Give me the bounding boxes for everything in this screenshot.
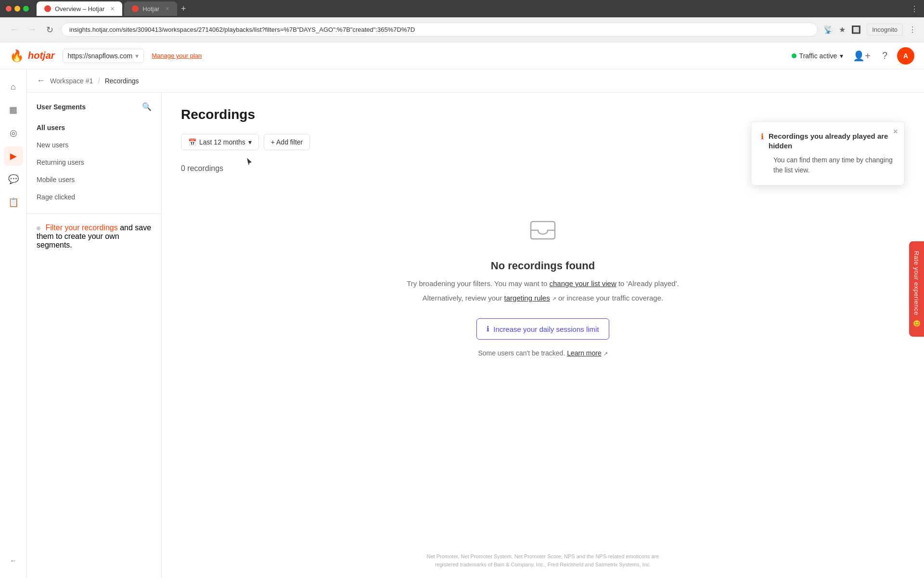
footer-text: Net Promoter, Net Promoter System, Net P…: [423, 552, 663, 568]
back-arrow-icon[interactable]: ←: [37, 76, 45, 86]
site-selector[interactable]: https://snapflows.com ▾: [63, 49, 144, 63]
empty-state: No recordings found Try broadening your …: [181, 187, 905, 386]
nav-surveys-icon[interactable]: 📋: [4, 193, 23, 212]
breadcrumb-current: Recordings: [105, 77, 139, 85]
site-url: https://snapflows.com: [68, 52, 133, 60]
tab-hotjar[interactable]: Hotjar ✕: [124, 1, 177, 16]
increase-btn-label: Increase your daily sessions limit: [493, 325, 599, 333]
hotjar-logo: 🔥 hotjar: [10, 49, 55, 63]
tooltip-close-button[interactable]: ✕: [893, 128, 898, 135]
traffic-chevron-icon: ▾: [840, 52, 843, 60]
sidebar-item-mobile-users[interactable]: Mobile users: [27, 171, 161, 188]
bookmark-icon[interactable]: ★: [839, 25, 846, 34]
breadcrumb: ← Workspace #1 / Recordings: [27, 69, 924, 92]
rate-experience-sidebar[interactable]: Rate your experience 😊: [909, 241, 924, 337]
nav-dashboard-icon[interactable]: ▦: [4, 100, 23, 119]
empty-desc-text-4: or increase your traffic coverage.: [558, 294, 663, 302]
sidebar-item-new-users[interactable]: New users: [27, 136, 161, 154]
tab-close-2[interactable]: ✕: [165, 6, 169, 12]
browser-settings-icon[interactable]: ⋮: [911, 4, 918, 13]
increase-sessions-button[interactable]: ℹ Increase your daily sessions limit: [476, 318, 609, 340]
main-layout: ⌂ ▦ ◎ ▶ 💬 📋 ← ← Workspace #1 / Recording…: [0, 69, 924, 578]
breadcrumb-workspace[interactable]: Workspace #1: [50, 77, 93, 85]
back-button[interactable]: ←: [8, 23, 20, 37]
flame-icon: 🔥: [10, 49, 24, 63]
date-filter-chevron-icon: ▾: [248, 138, 252, 146]
logo-text: hotjar: [28, 50, 55, 61]
nav-collapse-icon[interactable]: ←: [4, 551, 23, 570]
sidebar-item-label-all-users: All users: [37, 124, 65, 131]
content-area: User Segments 🔍 All users New users Retu…: [27, 92, 924, 578]
sidebar-item-rage-clicked[interactable]: Rage clicked: [27, 188, 161, 206]
breadcrumb-separator: /: [98, 77, 100, 85]
nav-recordings-icon[interactable]: ▶: [4, 146, 23, 166]
site-chevron-icon: ▾: [135, 52, 139, 60]
forward-button[interactable]: →: [26, 23, 38, 37]
left-nav: ⌂ ▦ ◎ ▶ 💬 📋 ←: [0, 69, 27, 578]
page-title: Recordings: [181, 107, 905, 122]
sidebar-header: User Segments 🔍: [27, 102, 161, 119]
traffic-status[interactable]: Traffic active ▾: [792, 52, 844, 60]
extension-icon[interactable]: 🔲: [851, 25, 861, 34]
rate-experience-label: Rate your experience: [913, 251, 920, 315]
url-text: insights.hotjar.com/sites/3090413/worksp…: [69, 26, 809, 33]
empty-inbox-icon: [528, 216, 557, 250]
empty-desc-2: Alternatively, review your targeting rul…: [423, 292, 663, 304]
sidebar-hint-dot: [37, 226, 40, 230]
nav-home-icon[interactable]: ⌂: [4, 77, 23, 96]
minimize-dot[interactable]: [14, 6, 20, 12]
learn-more-link[interactable]: Learn more: [567, 349, 602, 357]
tooltip-header: ℹ Recordings you already played are hidd…: [761, 131, 895, 150]
cast-icon[interactable]: 📡: [823, 25, 833, 34]
change-list-view-link[interactable]: change your list view: [550, 279, 616, 288]
maximize-dot[interactable]: [23, 6, 29, 12]
empty-desc-text-2: to 'Already played'.: [618, 279, 679, 288]
incognito-label[interactable]: Incognito: [867, 24, 903, 36]
new-tab-button[interactable]: +: [181, 4, 186, 14]
add-user-button[interactable]: 👤+: [851, 48, 873, 64]
info-icon: ℹ: [487, 325, 489, 333]
sidebar-item-returning-users[interactable]: Returning users: [27, 154, 161, 171]
sidebar-title: User Segments: [37, 103, 86, 111]
help-button[interactable]: ?: [880, 48, 889, 63]
url-bar[interactable]: insights.hotjar.com/sites/3090413/worksp…: [61, 23, 818, 37]
sidebar-hint: Filter your recordings and save them to …: [27, 213, 161, 259]
nav-feedback-icon[interactable]: 💬: [4, 170, 23, 189]
targeting-rules-link[interactable]: targeting rules: [504, 294, 550, 302]
window-controls: [6, 6, 29, 12]
calendar-icon: 📅: [188, 138, 196, 146]
tab-overview[interactable]: Overview – Hotjar ✕: [37, 1, 122, 16]
tab-favicon-2: [132, 5, 139, 12]
add-filter-label: + Add filter: [271, 138, 303, 146]
sidebar-search-icon[interactable]: 🔍: [142, 102, 152, 111]
tab-close-1[interactable]: ✕: [110, 6, 115, 12]
empty-desc-1: Try broadening your filters. You may wan…: [407, 278, 679, 289]
browser-menu-icon[interactable]: ⋮: [909, 25, 916, 34]
tooltip-popup: ✕ ℹ Recordings you already played are hi…: [751, 121, 905, 185]
external-link-icon: ↗: [552, 296, 556, 302]
sidebar-item-label-returning-users: Returning users: [37, 158, 84, 166]
sidebar-item-label-mobile-users: Mobile users: [37, 176, 75, 184]
manage-plan-link[interactable]: Manage your plan: [152, 52, 202, 59]
add-filter-button[interactable]: + Add filter: [264, 134, 310, 150]
cant-track-text: Some users can't be tracked. Learn more …: [478, 349, 607, 357]
tab-favicon-1: [44, 5, 51, 12]
tab-title-2: Hotjar: [142, 5, 159, 13]
refresh-button[interactable]: ↻: [44, 23, 55, 37]
learn-more-external-icon: ↗: [603, 351, 608, 356]
cant-track-label: Some users can't be tracked.: [478, 349, 565, 357]
avatar[interactable]: A: [897, 47, 914, 65]
date-filter-button[interactable]: 📅 Last 12 months ▾: [181, 134, 259, 150]
header-right: Traffic active ▾ 👤+ ? A: [792, 47, 914, 65]
close-dot[interactable]: [6, 6, 12, 12]
nav-heatmaps-icon[interactable]: ◎: [4, 123, 23, 143]
tabs-bar: Overview – Hotjar ✕ Hotjar ✕ +: [37, 1, 907, 16]
sidebar-item-label-rage-clicked: Rage clicked: [37, 193, 75, 201]
sidebar-item-all-users[interactable]: All users: [27, 119, 161, 136]
emoji-icon: 😊: [913, 319, 920, 328]
sidebar: User Segments 🔍 All users New users Retu…: [27, 92, 162, 578]
date-filter-label: Last 12 months: [199, 138, 245, 146]
empty-desc-text-1: Try broadening your filters. You may wan…: [407, 279, 547, 288]
traffic-status-label: Traffic active: [799, 52, 837, 60]
sidebar-filter-link[interactable]: Filter your recordings: [45, 223, 117, 232]
